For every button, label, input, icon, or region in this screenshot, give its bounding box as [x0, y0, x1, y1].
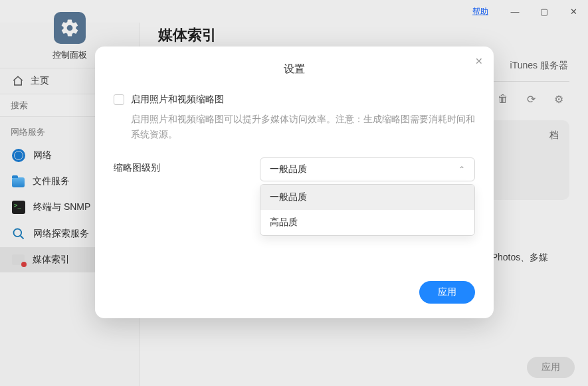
- checkbox-hint: 启用照片和视频缩略图可以提升多媒体访问效率。注意：生成缩略图需要消耗时间和系统资…: [131, 112, 475, 143]
- settings-modal: ✕ 设置 启用照片和视频缩略图 启用照片和视频缩略图可以提升多媒体访问效率。注意…: [95, 47, 494, 318]
- dropdown-option-normal[interactable]: 一般品质: [260, 185, 474, 210]
- checkbox[interactable]: [114, 94, 124, 105]
- thumbnail-level-select[interactable]: 一般品质 ⌃: [260, 157, 475, 181]
- thumbnail-level-dropdown: 一般品质 高品质: [260, 184, 475, 236]
- modal-title: 设置: [114, 62, 475, 76]
- chevron-up-icon: ⌃: [458, 165, 465, 174]
- modal-apply-button[interactable]: 应用: [419, 281, 475, 304]
- dropdown-option-high[interactable]: 高品质: [260, 210, 474, 235]
- modal-overlay: ✕ 设置 启用照片和视频缩略图 启用照片和视频缩略图可以提升多媒体访问效率。注意…: [0, 0, 588, 386]
- select-value: 一般品质: [270, 163, 307, 175]
- enable-thumbnails-row[interactable]: 启用照片和视频缩略图: [114, 94, 475, 106]
- thumbnail-level-label: 缩略图级别: [114, 157, 246, 174]
- checkbox-label: 启用照片和视频缩略图: [131, 94, 224, 106]
- modal-close-button[interactable]: ✕: [475, 56, 483, 66]
